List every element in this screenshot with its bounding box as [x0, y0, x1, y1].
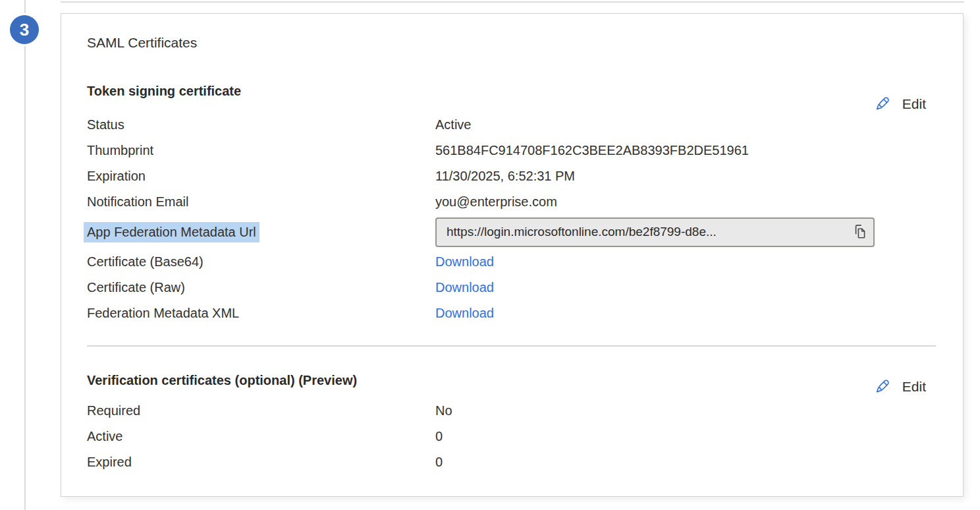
step-number-badge: 3 [10, 15, 39, 44]
notification-email-row: Notification Email you@enterprise.com [61, 189, 963, 215]
required-row: Required No [61, 398, 963, 424]
row-value: Active [435, 117, 963, 132]
pencil-icon [873, 95, 891, 113]
row-label: Required [87, 403, 435, 418]
step-number: 3 [20, 20, 29, 40]
verification-rows: Required No Active 0 Expired 0 [61, 398, 963, 475]
row-value: No [435, 403, 963, 418]
download-metadata-xml-link[interactable]: Download [435, 306, 494, 320]
row-label: Federation Metadata XML [87, 306, 435, 321]
copy-icon [851, 223, 868, 242]
saml-certificates-panel: 3 SAML Certificates Token signing certif… [0, 0, 980, 510]
row-label: Expiration [87, 169, 435, 184]
row-label: Expired [87, 455, 435, 470]
card-title: SAML Certificates [87, 34, 963, 52]
row-label: Active [87, 429, 435, 444]
expired-row: Expired 0 [61, 449, 963, 475]
row-label: Status [87, 117, 435, 132]
pencil-icon [873, 378, 891, 396]
certificate-raw-row: Certificate (Raw) Download [61, 275, 963, 300]
row-value [435, 217, 963, 247]
row-value: 561B84FC914708F162C3BEE2AB8393FB2DE51961 [435, 143, 963, 158]
verification-certificates-heading: Verification certificates (optional) (Pr… [87, 372, 963, 389]
expiration-row: Expiration 11/30/2025, 6:52:31 PM [61, 163, 963, 189]
thumbprint-row: Thumbprint 561B84FC914708F162C3BEE2AB839… [61, 138, 963, 163]
selected-label-highlight: App Federation Metadata Url [84, 222, 259, 242]
active-row: Active 0 [61, 424, 963, 449]
certificate-base64-row: Certificate (Base64) Download [61, 249, 963, 275]
app-federation-metadata-url-row: App Federation Metadata Url [61, 215, 963, 249]
row-label: Certificate (Raw) [87, 280, 435, 295]
token-signing-heading: Token signing certificate [87, 82, 963, 99]
previous-card-bottom-edge [61, 1, 964, 3]
row-label: Thumbprint [87, 143, 435, 158]
section-divider [87, 345, 936, 347]
status-row: Status Active [61, 112, 963, 138]
token-signing-rows: Status Active Thumbprint 561B84FC914708F… [61, 112, 963, 326]
row-value: 0 [435, 455, 963, 470]
edit-verification-button[interactable]: Edit [873, 378, 926, 396]
row-value: you@enterprise.com [435, 194, 963, 210]
metadata-url-field[interactable] [435, 217, 875, 247]
row-value: 0 [435, 429, 963, 444]
edit-token-signing-button[interactable]: Edit [873, 95, 926, 113]
download-base64-link[interactable]: Download [435, 254, 494, 269]
edit-button-label: Edit [902, 379, 926, 395]
row-label: Certificate (Base64) [87, 254, 435, 269]
row-label: Notification Email [87, 194, 435, 210]
step-guideline [24, 0, 26, 510]
federation-metadata-xml-row: Federation Metadata XML Download [61, 300, 963, 326]
metadata-url-input[interactable] [437, 225, 848, 239]
copy-url-button[interactable] [848, 219, 871, 244]
download-raw-link[interactable]: Download [435, 280, 494, 295]
edit-button-label: Edit [902, 96, 926, 112]
row-value: 11/30/2025, 6:52:31 PM [435, 169, 963, 184]
row-label: App Federation Metadata Url [87, 222, 435, 242]
saml-certificates-card: SAML Certificates Token signing certific… [61, 13, 964, 497]
